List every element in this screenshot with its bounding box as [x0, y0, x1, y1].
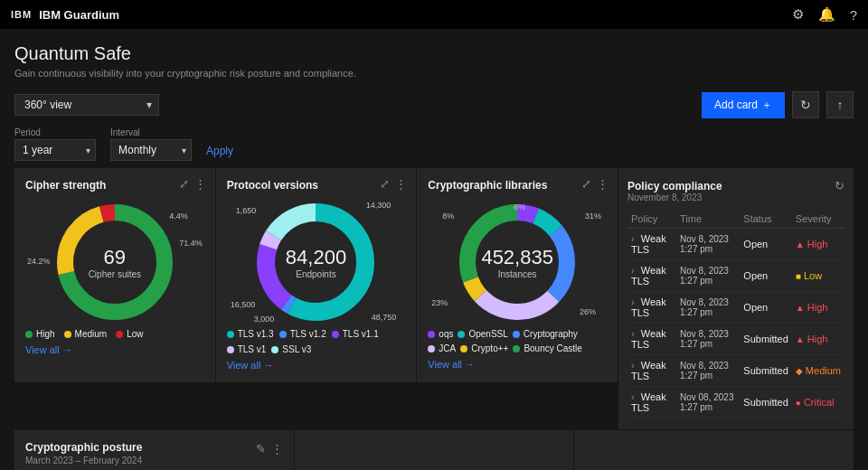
leg-tls1: TLS v1 [227, 344, 267, 354]
policy-name: › Weak TLS [627, 387, 676, 418]
legend-low: Low [116, 329, 143, 339]
label-oqs: oqs [439, 329, 453, 339]
toolbar-right: Add card ＋ ↻ ↑ [702, 91, 854, 118]
period-select-wrap[interactable]: 1 year [14, 139, 96, 161]
dot-openssl [458, 331, 465, 338]
crypto-posture-title: Cryptographic posture [25, 441, 142, 454]
add-card-button[interactable]: Add card ＋ [702, 92, 785, 118]
label-cryptography: Cryptography [524, 329, 578, 339]
label-openssl: OpenSSL [468, 329, 507, 339]
cipher-pct-high: 4.4% [169, 212, 188, 221]
table-row: › Weak TLS Nov 8, 2023 1:27 pm Submitted… [627, 324, 844, 355]
expand-row-icon[interactable]: › [631, 391, 635, 402]
expand-row-icon[interactable]: › [631, 328, 635, 339]
dot-cryptography [513, 331, 520, 338]
cipher-strength-title: Cipher strength [25, 179, 204, 192]
severity-label: Low [804, 270, 822, 281]
policy-time: Nov 8, 2023 1:27 pm [676, 260, 740, 292]
expand-row-icon[interactable]: › [631, 296, 635, 307]
leg-bouncy: Bouncy Castle [513, 343, 581, 353]
policy-name: › Weak TLS [627, 292, 676, 324]
expand-icon[interactable]: ⤢ [179, 177, 189, 191]
policy-time: Nov 8, 2023 1:27 pm [676, 229, 740, 260]
view-select-wrap[interactable]: 360° view [14, 94, 159, 116]
dot-tls1 [227, 346, 234, 353]
label-tls11: TLS v1.1 [343, 329, 379, 339]
leg-cryptopp: Crypto++ [460, 343, 508, 353]
page-title: Quantum Safe [14, 43, 854, 64]
brand-area: IBM IBM Guardium [11, 8, 119, 22]
interval-select-wrap[interactable]: Monthly [110, 139, 192, 161]
apply-button[interactable]: Apply [206, 145, 233, 157]
more-icon-posture[interactable]: ⋮ [271, 442, 283, 456]
export-button[interactable]: ↑ [826, 91, 854, 118]
policy-table: Policy Time Status Severity › Weak TLS N… [627, 210, 844, 418]
crypto-pct-31: 31% [585, 212, 601, 221]
severity-badge: ■ Low [796, 270, 841, 281]
severity-badge: ● Critical [796, 397, 841, 408]
legend-high-label: High [36, 329, 55, 339]
policy-time: Nov 8, 2023 1:27 pm [676, 292, 740, 324]
add-card-label: Add card [714, 99, 758, 111]
protocol-sub: Endpoints [286, 269, 346, 279]
severity-label: High [807, 302, 828, 313]
help-icon[interactable]: ? [850, 7, 857, 23]
dot-tls12 [279, 331, 287, 338]
expand-row-icon[interactable]: › [631, 233, 635, 244]
policy-refresh-icon[interactable]: ↻ [835, 179, 844, 193]
arrow-right-proto: → [263, 360, 273, 371]
crypto-lib-value: 452,835 [481, 246, 553, 269]
bottom-row: Cryptographic posture ✎ ⋮ March 2023 – F… [0, 429, 868, 470]
crypto-lib-donut: 6% 8% 23% 26% 31% 452,835 Insta [428, 199, 607, 325]
crypto-lib-viewall[interactable]: View all → [428, 359, 475, 370]
leg-tls13: TLS v1.3 [227, 329, 274, 339]
app-name: IBM Guardium [39, 8, 119, 22]
severity-label: High [807, 334, 828, 344]
period-select[interactable]: 1 year [14, 139, 96, 161]
table-row: › Weak TLS Nov 8, 2023 1:27 pm Submitted… [627, 355, 844, 387]
proto-label-16500: 16,500 [231, 300, 256, 309]
more-icon-crypto[interactable]: ⋮ [597, 177, 609, 191]
interval-select[interactable]: Monthly [110, 139, 192, 161]
crypto-libraries-card: Cryptographic libraries ⤢ ⋮ 6% 8% 23% 26… [417, 168, 618, 382]
expand-icon-proto[interactable]: ⤢ [380, 177, 390, 191]
edit-icon[interactable]: ✎ [256, 442, 266, 456]
table-row: › Weak TLS Nov 8, 2023 1:27 pm Open ▲ Hi… [627, 229, 844, 260]
bottom-placeholder-1 [295, 430, 574, 470]
more-icon-proto[interactable]: ⋮ [395, 177, 407, 191]
legend-medium-dot [64, 331, 71, 338]
protocol-viewall[interactable]: View all → [227, 360, 274, 371]
legend-low-label: Low [127, 329, 143, 339]
protocol-card-actions: ⤢ ⋮ [380, 177, 407, 191]
more-icon[interactable]: ⋮ [194, 177, 206, 191]
view-select[interactable]: 360° view [14, 94, 159, 116]
notifications-icon[interactable]: 🔔 [818, 6, 835, 23]
protocol-versions-card: Protocol versions ⤢ ⋮ 1,650 14,300 16,50… [216, 168, 417, 382]
ibm-logo: IBM [11, 9, 32, 20]
legend-medium: Medium [64, 329, 108, 339]
crypto-lib-legend: oqs OpenSSL Cryptography JCA Crypto++ Bo… [428, 329, 607, 353]
crypto-posture-actions: ✎ ⋮ [256, 442, 283, 456]
severity-badge: ◆ Medium [796, 365, 841, 376]
expand-icon-crypto[interactable]: ⤢ [581, 177, 591, 191]
arrow-right-icon: → [62, 344, 72, 355]
period-label: Period [14, 127, 96, 137]
expand-row-icon[interactable]: › [631, 360, 635, 371]
label-ssl3: SSL v3 [282, 344, 311, 354]
cipher-viewall[interactable]: View all → [25, 344, 72, 355]
dot-ssl3 [271, 346, 278, 353]
protocol-title: Protocol versions [227, 179, 406, 192]
crypto-lib-label: 452,835 Instances [481, 246, 553, 279]
proto-label-14300: 14,300 [366, 201, 392, 210]
expand-row-icon[interactable]: › [631, 265, 635, 276]
protocol-donut-container: 1,650 14,300 16,500 3,000 48,750 84,200 … [227, 199, 406, 325]
dot-jca [428, 345, 435, 352]
cipher-viewall-label: View all [25, 344, 60, 355]
settings-icon[interactable]: ⚙ [792, 6, 804, 23]
protocol-donut-label: 84,200 Endpoints [286, 246, 346, 279]
leg-oqs: oqs [428, 329, 453, 339]
proto-label-48750: 48,750 [372, 313, 397, 322]
refresh-button[interactable]: ↻ [792, 91, 819, 118]
plus-icon: ＋ [761, 98, 772, 113]
main-grid: Cipher strength ⤢ ⋮ 69 Cipher suites 4.4… [0, 168, 868, 429]
